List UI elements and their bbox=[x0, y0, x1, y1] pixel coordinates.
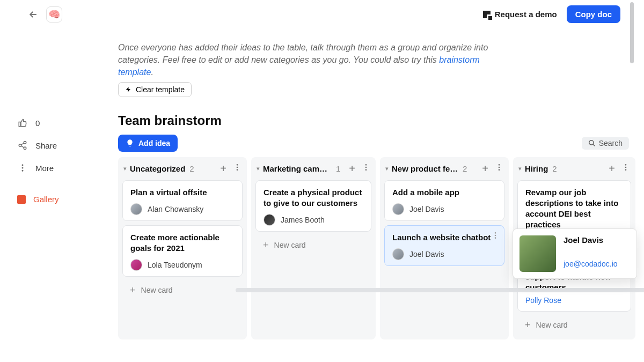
back-icon[interactable] bbox=[28, 9, 39, 20]
column-uncategorized: ▾ Uncategorized 2 + Plan a virtual offsi… bbox=[118, 157, 247, 340]
search-input[interactable]: Search bbox=[582, 137, 629, 150]
add-card-icon[interactable]: + bbox=[218, 162, 229, 175]
new-card-button[interactable]: +New card bbox=[255, 236, 371, 254]
request-demo-label: Request a demo bbox=[495, 10, 557, 19]
card-user: Polly Rose bbox=[525, 296, 623, 305]
svg-point-19 bbox=[499, 169, 500, 171]
svg-point-7 bbox=[22, 167, 24, 169]
popover-name: Joel Davis bbox=[564, 235, 618, 245]
main-content: Once everyone has added their ideas to t… bbox=[118, 28, 644, 339]
card-title: Plan a virtual offsite bbox=[130, 187, 235, 198]
clear-template-button[interactable]: Clear template bbox=[118, 82, 192, 97]
svg-point-24 bbox=[625, 167, 627, 168]
avatar-icon bbox=[392, 203, 404, 215]
add-idea-label: Add idea bbox=[138, 139, 170, 147]
add-idea-button[interactable]: Add idea bbox=[118, 135, 178, 152]
coda-logo-icon bbox=[483, 11, 491, 18]
more-label: More bbox=[35, 164, 54, 173]
add-card-icon[interactable]: + bbox=[480, 162, 491, 175]
more-vertical-icon bbox=[17, 162, 28, 173]
share-icon bbox=[17, 140, 28, 151]
new-card-label: New card bbox=[141, 286, 173, 294]
svg-point-18 bbox=[499, 167, 500, 168]
popover-avatar bbox=[519, 235, 556, 272]
card-user-name: Lola Tseudonym bbox=[148, 261, 202, 269]
svg-point-6 bbox=[22, 164, 24, 166]
intro-before: Once everyone has added their ideas to t… bbox=[118, 43, 488, 64]
card-user: Joel Davis bbox=[392, 203, 496, 215]
sidebar-item-like[interactable]: 0 bbox=[17, 115, 118, 130]
horizontal-scrollbar[interactable] bbox=[236, 288, 644, 292]
intro-text: Once everyone has added their ideas to t… bbox=[118, 41, 515, 79]
card-selected[interactable]: Launch a website chatbot Joel Davis bbox=[384, 225, 504, 266]
svg-line-10 bbox=[592, 144, 595, 146]
svg-point-17 bbox=[499, 164, 500, 166]
column-header[interactable]: ▾ Marketing campaigns 1 + bbox=[251, 157, 376, 180]
vertical-scrollbar[interactable] bbox=[630, 2, 634, 63]
card-list: Create a physical product to give to our… bbox=[251, 180, 376, 255]
column-header[interactable]: ▾ Hiring 2 + bbox=[513, 157, 635, 180]
new-card-label: New card bbox=[536, 321, 568, 329]
svg-point-1 bbox=[24, 142, 26, 144]
column-more-icon[interactable] bbox=[494, 163, 504, 174]
new-card-button[interactable]: +New card bbox=[122, 281, 243, 299]
column-header[interactable]: ▾ Uncategorized 2 + bbox=[118, 157, 247, 180]
column-more-icon[interactable] bbox=[232, 163, 243, 174]
card-user: Joel Davis bbox=[392, 248, 496, 260]
popover-email[interactable]: joe@codadoc.io bbox=[564, 260, 618, 268]
card[interactable]: Add a mobile app Joel Davis bbox=[384, 180, 504, 221]
doc-emoji-icon[interactable]: 🧠 bbox=[46, 6, 62, 23]
add-card-icon[interactable]: + bbox=[347, 162, 357, 175]
card-title: Create a physical product to give to our… bbox=[264, 187, 363, 209]
lightning-icon bbox=[125, 86, 131, 93]
sidebar-item-gallery[interactable]: Gallery bbox=[17, 193, 118, 206]
column-marketing: ▾ Marketing campaigns 1 + Create a physi… bbox=[251, 157, 376, 340]
card-more-icon[interactable] bbox=[491, 231, 500, 242]
card-title: Revamp our job descriptions to take into… bbox=[525, 187, 623, 231]
plus-icon: + bbox=[263, 240, 269, 250]
column-title: Hiring bbox=[525, 164, 548, 173]
add-card-icon[interactable]: + bbox=[606, 162, 617, 175]
column-header[interactable]: ▾ New product features 2 + bbox=[380, 157, 509, 180]
intro-after: . bbox=[151, 68, 153, 77]
gallery-label: Gallery bbox=[33, 195, 59, 204]
column-more-icon[interactable] bbox=[361, 163, 371, 174]
card-user-name: James Booth bbox=[281, 216, 325, 224]
column-more-icon[interactable] bbox=[620, 163, 631, 174]
card-list: Add a mobile app Joel Davis Launch a web… bbox=[380, 180, 509, 267]
column-count: 2 bbox=[552, 164, 557, 173]
page-title: Team brainstorm bbox=[118, 113, 644, 128]
svg-line-4 bbox=[21, 143, 24, 145]
topbar: 🧠 Request a demo Copy doc bbox=[0, 0, 644, 28]
svg-point-13 bbox=[237, 169, 238, 171]
gallery-icon bbox=[17, 195, 26, 204]
column-title: Marketing campaigns bbox=[263, 164, 332, 173]
column-product: ▾ New product features 2 + Add a mobile … bbox=[380, 157, 509, 340]
card-user: Alan Chowansky bbox=[130, 203, 235, 215]
copy-doc-button[interactable]: Copy doc bbox=[567, 5, 620, 23]
card-title: Create more actionable goals for 2021 bbox=[130, 232, 235, 254]
column-count: 2 bbox=[189, 164, 194, 173]
request-demo-button[interactable]: Request a demo bbox=[483, 10, 557, 19]
sidebar-item-share[interactable]: Share bbox=[17, 138, 118, 153]
card[interactable]: Create a physical product to give to our… bbox=[255, 180, 371, 232]
svg-point-16 bbox=[365, 169, 367, 171]
card-title: Add a mobile app bbox=[392, 187, 496, 198]
svg-point-12 bbox=[237, 167, 238, 168]
card[interactable]: Create more actionable goals for 2021 Lo… bbox=[122, 225, 243, 277]
new-card-button[interactable]: +New card bbox=[517, 316, 631, 334]
new-card-label: New card bbox=[274, 241, 306, 249]
user-popover: Joel Davis joe@codadoc.io bbox=[513, 228, 637, 279]
svg-point-14 bbox=[365, 164, 367, 166]
like-count: 0 bbox=[35, 119, 40, 128]
avatar-icon bbox=[130, 203, 142, 215]
chevron-down-icon: ▾ bbox=[385, 165, 389, 172]
column-title: Uncategorized bbox=[130, 164, 185, 173]
card[interactable]: Plan a virtual offsite Alan Chowansky bbox=[122, 180, 243, 221]
svg-point-2 bbox=[19, 144, 21, 147]
svg-point-11 bbox=[237, 164, 238, 166]
toolbar-row: Add idea Search bbox=[118, 135, 629, 152]
svg-point-22 bbox=[495, 237, 496, 239]
sidebar-item-more[interactable]: More bbox=[17, 160, 118, 175]
card-list: Plan a virtual offsite Alan Chowansky Cr… bbox=[118, 180, 247, 300]
